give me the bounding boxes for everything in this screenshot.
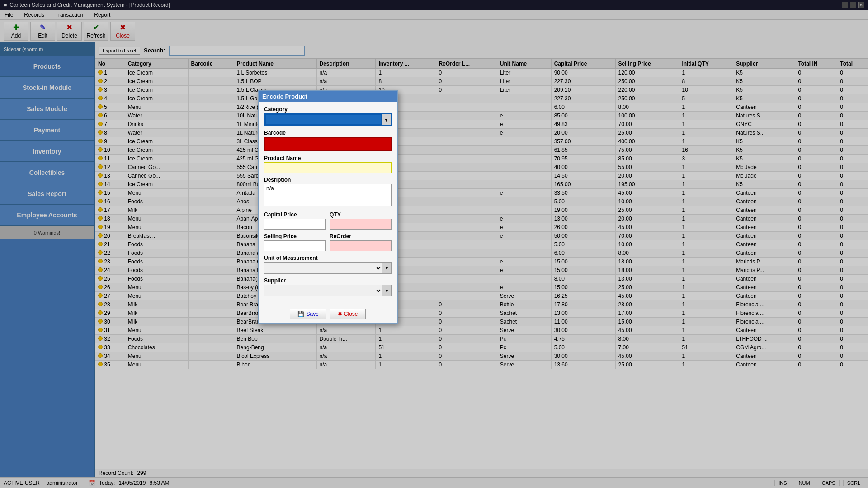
product-name-input[interactable] bbox=[264, 162, 392, 173]
modal-close-icon: ✖ bbox=[338, 311, 342, 317]
modal-productname-field: Product Name bbox=[264, 155, 392, 173]
modal-description-label: Desription bbox=[264, 177, 392, 183]
modal-selling-reorder-row: Selling Price ReOrder 0 bbox=[264, 233, 392, 251]
modal-qty-col: QTY 1 bbox=[330, 211, 392, 230]
supplier-dropdown-arrow[interactable]: ▼ bbox=[382, 285, 391, 296]
modal-productname-label: Product Name bbox=[264, 155, 392, 161]
capital-price-input[interactable] bbox=[264, 219, 326, 230]
unit-select[interactable] bbox=[264, 263, 382, 273]
barcode-input[interactable] bbox=[264, 137, 392, 151]
modal-close-button[interactable]: ✖ Close bbox=[330, 309, 366, 319]
modal-category-label: Category bbox=[264, 106, 392, 113]
qty-input[interactable]: 1 bbox=[330, 219, 392, 230]
modal-selling-col: Selling Price bbox=[264, 233, 326, 251]
reorder-input[interactable]: 0 bbox=[330, 240, 392, 251]
save-label: Save bbox=[306, 311, 318, 317]
modal-selling-label: Selling Price bbox=[264, 233, 326, 239]
modal-capital-label: Capital Price bbox=[264, 211, 326, 218]
modal-supplier-field: Supplier ▼ bbox=[264, 277, 392, 296]
modal-barcode-field: Barcode bbox=[264, 130, 392, 151]
modal-barcode-label: Barcode bbox=[264, 130, 392, 136]
modal-save-button[interactable]: 💾 Save bbox=[290, 309, 326, 319]
modal-supplier-label: Supplier bbox=[264, 277, 392, 284]
modal-unit-field: Unit of Measurement ▼ bbox=[264, 255, 392, 274]
modal-title: Encode Product bbox=[259, 91, 397, 102]
category-dropdown-arrow[interactable]: ▼ bbox=[382, 114, 391, 125]
encode-product-modal: Encode Product Category ▼ Barcode Produc… bbox=[258, 90, 398, 324]
modal-qty-label: QTY bbox=[330, 211, 392, 218]
save-icon: 💾 bbox=[297, 311, 304, 317]
supplier-select[interactable] bbox=[264, 285, 382, 296]
modal-overlay: Encode Product Category ▼ Barcode Produc… bbox=[0, 0, 868, 488]
modal-unit-label: Unit of Measurement bbox=[264, 255, 392, 261]
modal-reorder-col: ReOrder 0 bbox=[330, 233, 392, 251]
modal-price-qty-row: Capital Price QTY 1 bbox=[264, 211, 392, 230]
modal-footer: 💾 Save ✖ Close bbox=[259, 305, 397, 323]
modal-body: Category ▼ Barcode Product Name Desripti… bbox=[259, 102, 397, 305]
modal-capital-col: Capital Price bbox=[264, 211, 326, 230]
description-textarea[interactable]: n/a bbox=[264, 184, 392, 206]
unit-dropdown-arrow[interactable]: ▼ bbox=[382, 263, 391, 273]
selling-price-input[interactable] bbox=[264, 240, 326, 251]
modal-description-field: Desription n/a bbox=[264, 177, 392, 208]
modal-category-field: Category ▼ bbox=[264, 106, 392, 126]
modal-close-label: Close bbox=[344, 311, 358, 317]
modal-reorder-label: ReOrder bbox=[330, 233, 392, 239]
